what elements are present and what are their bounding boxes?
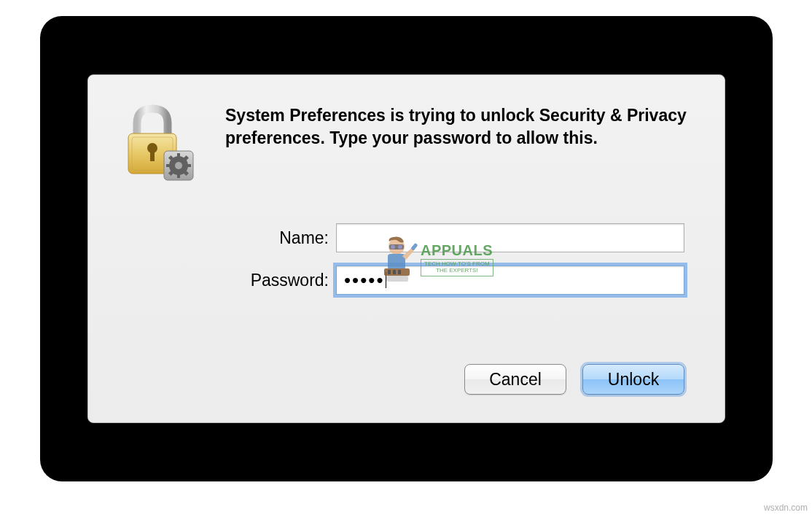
text-cursor: [386, 272, 386, 288]
name-field[interactable]: [336, 223, 684, 252]
dialog-header-area: System Preferences is trying to unlock S…: [117, 103, 695, 183]
svg-rect-7: [177, 153, 180, 158]
source-credit: wsxdn.com: [764, 503, 808, 513]
dialog-button-row: Cancel Unlock: [117, 364, 695, 400]
security-lock-icon: [117, 103, 198, 183]
password-row: Password: •••••: [238, 266, 684, 295]
svg-rect-8: [177, 174, 180, 178]
password-field[interactable]: •••••: [336, 266, 684, 295]
svg-point-6: [175, 162, 182, 169]
credentials-form: Name: Password: •••••: [117, 223, 695, 295]
dialog-message: System Preferences is trying to unlock S…: [225, 103, 695, 183]
authentication-dialog: System Preferences is trying to unlock S…: [87, 74, 725, 423]
svg-rect-9: [166, 164, 171, 167]
svg-rect-3: [150, 150, 155, 161]
svg-rect-10: [187, 164, 191, 167]
password-value: •••••: [344, 271, 385, 290]
screenshot-frame: System Preferences is trying to unlock S…: [40, 16, 773, 481]
password-label: Password:: [238, 271, 329, 290]
name-label: Name:: [238, 228, 329, 248]
unlock-button[interactable]: Unlock: [582, 364, 684, 395]
cancel-button[interactable]: Cancel: [464, 364, 566, 395]
name-row: Name:: [238, 223, 684, 252]
